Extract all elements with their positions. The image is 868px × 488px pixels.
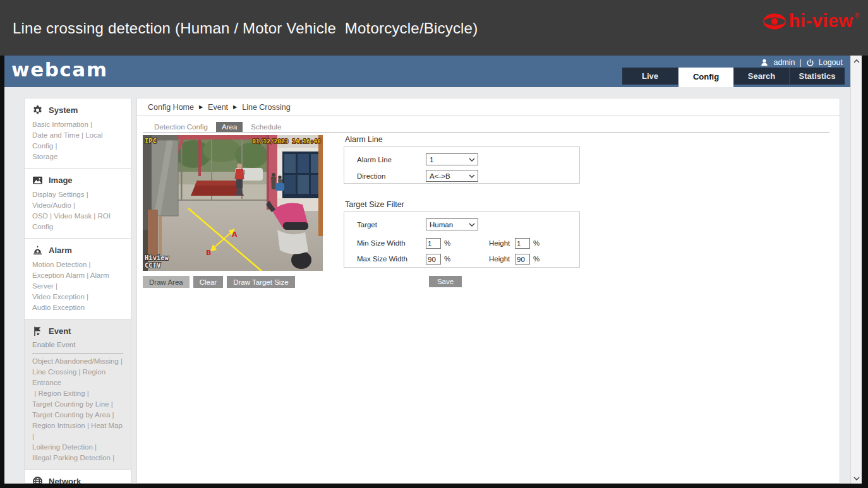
camera-config-page: Line crossing detection (Human / Motor V…: [0, 0, 868, 488]
sidebar-links-line[interactable]: Object Abandoned/Missing |: [32, 356, 123, 367]
alarm-line-select[interactable]: 1: [426, 153, 478, 165]
hiview-brand: hi-view ®: [763, 11, 859, 32]
sidebar-item-alarm[interactable]: Alarm: [32, 245, 123, 256]
power-icon: [806, 59, 814, 67]
target-select[interactable]: Human: [426, 218, 478, 230]
sidebar-section-title: Alarm: [49, 246, 72, 255]
chevron-down-icon: [469, 158, 475, 162]
tab-statistics[interactable]: Statistics: [789, 68, 845, 85]
right-frame-strip: [862, 56, 868, 488]
sidebar-links-line[interactable]: Video Exception |: [32, 292, 123, 302]
config-sidebar: System Basic Information | Date and Time…: [24, 98, 131, 484]
left-frame-strip: [0, 56, 4, 488]
max-width-input[interactable]: [426, 254, 441, 265]
percent-sign: %: [444, 239, 450, 247]
save-button[interactable]: Save: [429, 276, 462, 287]
subtab-detection-config[interactable]: Detection Config: [148, 122, 214, 132]
sidebar-links-line[interactable]: Date and Time | Local Config |: [32, 130, 123, 152]
sidebar-links-line[interactable]: Loitering Detection |: [32, 442, 123, 453]
direction-value: A<->B: [430, 172, 450, 180]
sidebar-links-line[interactable]: Motion Detection |: [32, 259, 123, 270]
target-size-filter-panel: Target Human Min Size Width % Height % M…: [344, 211, 580, 268]
sidebar-section-alarm: Alarm Motion Detection | Exception Alarm…: [25, 239, 131, 319]
sidebar-item-event[interactable]: Event: [32, 326, 123, 336]
chevron-down-icon: [469, 223, 475, 227]
osd-channel: IPC: [145, 137, 157, 145]
sidebar-links-line[interactable]: Illegal Parking Detection |: [32, 453, 123, 463]
draw-button-row: Draw Area Clear Draw Target Size: [143, 276, 295, 288]
sidebar-section-system: System Basic Information | Date and Time…: [25, 98, 131, 169]
percent-sign: %: [533, 255, 539, 263]
max-size-width-label: Max Size Width: [357, 255, 407, 263]
sidebar-links-line[interactable]: Storage: [32, 152, 123, 162]
target-size-filter-heading: Target Size Filter: [345, 200, 404, 209]
min-width-input[interactable]: [426, 238, 441, 249]
breadcrumb-line-crossing[interactable]: Line Crossing: [242, 103, 290, 112]
alarm-line-panel: Alarm Line 1 Direction A<->B: [344, 146, 580, 184]
direction-label: Direction: [357, 172, 385, 180]
direction-select[interactable]: A<->B: [426, 170, 478, 182]
min-height-input[interactable]: [515, 238, 530, 249]
min-size-width-label: Min Size Width: [357, 239, 406, 247]
camera-preview-canvas[interactable]: A B IPC 01/12/2023 14:16:48 Hiview CCTV: [143, 135, 323, 271]
sidebar-links-line[interactable]: Audio Exception: [32, 302, 123, 313]
max-height-input[interactable]: [515, 254, 530, 265]
max-height-label: Height: [489, 255, 510, 263]
tab-search[interactable]: Search: [733, 68, 789, 85]
sidebar-links-line[interactable]: Target Counting by Area |: [32, 410, 123, 420]
sidebar-links-line[interactable]: Exception Alarm | Alarm Server |: [32, 270, 123, 292]
alarm-icon: [32, 245, 43, 256]
page-scrollbar[interactable]: [850, 56, 862, 484]
alarm-line-value: 1: [430, 156, 433, 164]
page-title: Line crossing detection (Human / Motor V…: [13, 20, 478, 37]
breadcrumb-config-home[interactable]: Config Home: [148, 103, 194, 112]
user-name: admin: [773, 58, 795, 67]
clear-button[interactable]: Clear: [193, 276, 223, 288]
tab-config[interactable]: Config: [678, 68, 733, 87]
scroll-up-arrow-icon[interactable]: [851, 56, 862, 66]
sidebar-links-line[interactable]: Basic Information |: [32, 119, 123, 130]
logout-button[interactable]: Logout: [819, 58, 843, 67]
osd-watermark-line1: Hiview: [145, 254, 169, 261]
sidebar-section-image: Image Display Settings | Video/Audio | O…: [25, 169, 131, 239]
percent-sign: %: [444, 255, 450, 263]
sidebar-links-line[interactable]: Display Settings | Video/Audio |: [32, 189, 123, 211]
line-crossing-subtabs: Detection Config Area Schedule: [143, 122, 829, 133]
min-height-label: Height: [489, 239, 510, 247]
sidebar-links-line[interactable]: Region Intrusion | Heat Map |: [32, 420, 123, 442]
sidebar-section-event: Event Enable Event Object Abandoned/Miss…: [25, 319, 131, 470]
sidebar-item-image[interactable]: Image: [32, 175, 123, 186]
sidebar-links-line[interactable]: OSD | Video Mask | ROI Config: [32, 211, 123, 232]
sidebar-item-system[interactable]: System: [32, 105, 123, 116]
breadcrumb-arrow-icon: ▶: [233, 104, 237, 110]
sidebar-links-line[interactable]: | Region Exiting |: [32, 388, 123, 399]
sidebar-section-title: Event: [49, 326, 71, 336]
subtab-schedule[interactable]: Schedule: [245, 122, 287, 132]
label-b: B: [206, 249, 211, 257]
gear-icon: [32, 105, 43, 116]
draw-area-button[interactable]: Draw Area: [143, 276, 190, 288]
config-content: Config Home ▶ Event ▶ Line Crossing Dete…: [136, 98, 840, 484]
subtab-area[interactable]: Area: [216, 122, 243, 132]
scroll-down-arrow-icon[interactable]: [851, 473, 862, 484]
hiview-logo-text: hi-view: [789, 11, 853, 32]
session-area: admin | Logout: [760, 58, 843, 67]
sidebar-link-enable-event[interactable]: Enable Event: [32, 340, 123, 350]
tab-live[interactable]: Live: [622, 68, 678, 85]
sidebar-links-line[interactable]: Line Crossing | Region Entrance: [32, 367, 123, 388]
osd-timestamp: 01/12/2023 14:16:48: [252, 138, 321, 145]
chevron-down-icon: [469, 174, 475, 178]
main-tabs: Live Config Search Statistics: [622, 68, 845, 87]
webcam-logo: webcam: [11, 58, 107, 81]
trademark-symbol: ®: [855, 12, 859, 19]
breadcrumb: Config Home ▶ Event ▶ Line Crossing: [137, 98, 840, 116]
session-divider: |: [800, 58, 802, 67]
event-flag-icon: [32, 326, 43, 336]
target-label: Target: [357, 221, 377, 229]
breadcrumb-event[interactable]: Event: [208, 103, 228, 112]
target-value: Human: [430, 221, 453, 229]
sidebar-links-line[interactable]: Target Counting by Line |: [32, 399, 123, 410]
sidebar-section-title: System: [49, 105, 78, 115]
draw-target-size-button[interactable]: Draw Target Size: [227, 276, 294, 288]
breadcrumb-arrow-icon: ▶: [199, 104, 203, 110]
